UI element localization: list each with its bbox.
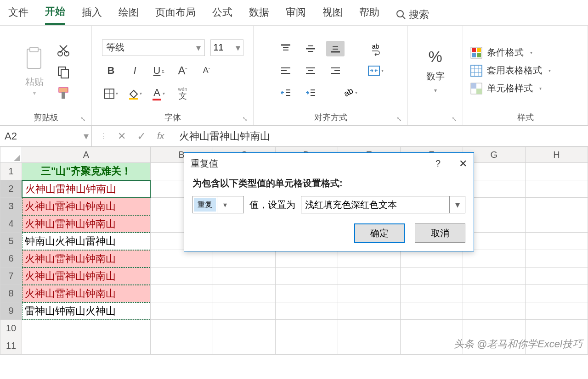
fx-icon[interactable]: fx (157, 131, 164, 141)
cell-G9[interactable] (463, 302, 525, 320)
cell-E9[interactable] (338, 302, 400, 320)
cell-C6[interactable] (213, 250, 275, 268)
tab-formula[interactable]: 公式 (212, 6, 232, 24)
cell-E7[interactable] (338, 268, 400, 285)
row-header-9[interactable]: 9 (0, 302, 22, 320)
cell-B9[interactable] (150, 302, 213, 320)
percent-icon[interactable]: % (428, 48, 442, 66)
cell-H7[interactable] (525, 268, 588, 285)
orientation-button[interactable]: ab▾ (342, 85, 360, 100)
row-header-3[interactable]: 3 (0, 198, 22, 215)
tab-draw[interactable]: 绘图 (119, 6, 139, 24)
tab-search[interactable]: 搜索 (396, 8, 429, 22)
cell-A8[interactable]: 火神山雷神山钟南山 (22, 285, 150, 302)
cell-D10[interactable] (275, 320, 338, 337)
cell-G7[interactable] (463, 268, 525, 285)
row-header-11[interactable]: 11 (0, 337, 22, 355)
cell-C8[interactable] (213, 285, 275, 302)
cell-H1[interactable] (525, 163, 588, 180)
paste-caret-icon[interactable]: ▾ (33, 90, 36, 96)
bold-button[interactable]: B (102, 62, 120, 79)
row-header-2[interactable]: 2 (0, 180, 22, 198)
align-right-button[interactable] (326, 63, 345, 78)
cell-B6[interactable] (150, 250, 213, 268)
cell-E11[interactable] (338, 337, 400, 355)
cell-F10[interactable] (400, 320, 463, 337)
cell-C11[interactable] (213, 337, 275, 355)
underline-button[interactable]: U▾ (150, 62, 168, 79)
cell-A5[interactable]: 钟南山火神山雷神山 (22, 233, 150, 250)
cell-G6[interactable] (463, 250, 525, 268)
conditional-format-button[interactable]: 条件格式▾ (470, 46, 551, 59)
row-header-5[interactable]: 5 (0, 233, 22, 250)
cancel-icon[interactable]: ✕ (118, 130, 126, 142)
cell-A6[interactable]: 火神山雷神山钟南山 (22, 250, 150, 268)
wrap-text-button[interactable]: ab (367, 41, 385, 56)
cell-C7[interactable] (213, 268, 275, 285)
tab-review[interactable]: 审阅 (286, 6, 306, 24)
font-color-button[interactable]: A▾ (150, 85, 168, 102)
col-header-A[interactable]: A (22, 147, 150, 163)
decrease-indent-button[interactable] (277, 85, 295, 100)
cell-H3[interactable] (525, 198, 588, 215)
font-launcher-icon[interactable]: ⤡ (242, 115, 248, 123)
tab-help[interactable]: 帮助 (359, 6, 379, 24)
cell-C10[interactable] (213, 320, 275, 337)
cell-F7[interactable] (400, 268, 463, 285)
cell-styles-button[interactable]: 单元格样式▾ (470, 82, 551, 95)
align-bottom-button[interactable] (326, 41, 345, 56)
tab-layout[interactable]: 页面布局 (155, 6, 196, 24)
shrink-font-button[interactable]: Aˇ (198, 62, 216, 79)
cell-C9[interactable] (213, 302, 275, 320)
col-header-H[interactable]: H (525, 147, 588, 163)
cell-A1[interactable]: 三"山"齐聚克难关！ (22, 163, 150, 180)
cell-A11[interactable] (22, 337, 150, 355)
cell-B8[interactable] (150, 285, 213, 302)
cell-E8[interactable] (338, 285, 400, 302)
tab-view[interactable]: 视图 (322, 6, 343, 24)
formula-input[interactable]: 火神山雷神山钟南山 (173, 129, 588, 143)
align-center-button[interactable] (301, 63, 320, 78)
cell-E10[interactable] (338, 320, 400, 337)
cell-A10[interactable] (22, 320, 150, 337)
clipboard-launcher-icon[interactable]: ⤡ (80, 115, 86, 123)
cell-D6[interactable] (275, 250, 338, 268)
tab-home[interactable]: 开始 (45, 5, 65, 25)
format-painter-icon[interactable] (57, 87, 70, 100)
cell-F6[interactable] (400, 250, 463, 268)
cell-E6[interactable] (338, 250, 400, 268)
cell-A9[interactable]: 雷神山钟南山火神山 (22, 302, 150, 320)
cell-H9[interactable] (525, 302, 588, 320)
cell-A3[interactable]: 火神山雷神山钟南山 (22, 198, 150, 215)
cell-H8[interactable] (525, 285, 588, 302)
cell-H4[interactable] (525, 215, 588, 233)
ok-button[interactable]: 确定 (354, 223, 405, 243)
grow-font-button[interactable]: Aˆ (174, 62, 192, 79)
dialog-help-icon[interactable]: ? (435, 158, 441, 169)
select-all-corner[interactable] (0, 147, 22, 163)
table-format-button[interactable]: 套用表格格式▾ (470, 64, 551, 77)
paste-button[interactable] (22, 45, 47, 74)
row-header-8[interactable]: 8 (0, 285, 22, 302)
tab-insert[interactable]: 插入 (82, 6, 102, 24)
name-box[interactable]: A2▾ (0, 126, 92, 146)
align-launcher-icon[interactable]: ⤡ (396, 115, 402, 123)
row-header-7[interactable]: 7 (0, 268, 22, 285)
cancel-button[interactable]: 取消 (415, 223, 465, 243)
cell-D7[interactable] (275, 268, 338, 285)
font-size-select[interactable]: 11▾ (210, 39, 243, 56)
phonetic-button[interactable]: wén 文 (174, 85, 192, 102)
duplicate-type-select[interactable]: 重复 ▾ (192, 196, 244, 213)
cell-G8[interactable] (463, 285, 525, 302)
cell-A4[interactable]: 火神山雷神山钟南山 (22, 215, 150, 233)
border-button[interactable]: ▾ (102, 85, 120, 102)
cell-F8[interactable] (400, 285, 463, 302)
number-launcher-icon[interactable]: ⤡ (452, 115, 457, 123)
cell-H10[interactable] (525, 320, 588, 337)
cell-G10[interactable] (463, 320, 525, 337)
cell-B11[interactable] (150, 337, 213, 355)
cut-icon[interactable] (57, 45, 70, 57)
cell-H6[interactable] (525, 250, 588, 268)
expand-icon[interactable]: ⋮ (100, 132, 107, 140)
format-select[interactable]: 浅红填充色深红色文本 ▾ (301, 196, 465, 213)
